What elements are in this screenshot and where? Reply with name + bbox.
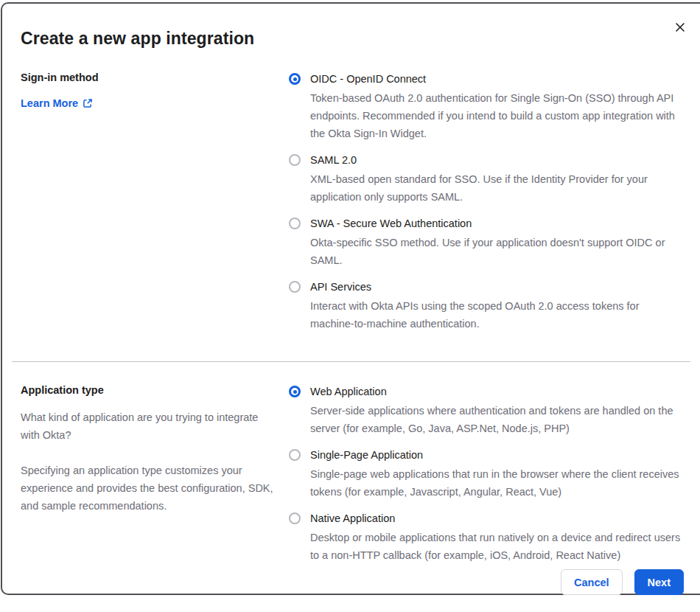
radio-option-description: Single-page web applications that run in… — [310, 465, 683, 501]
page-title: Create a new app integration — [2, 29, 700, 49]
section-divider — [12, 361, 690, 362]
radio-button-icon[interactable] — [289, 386, 301, 397]
radio-button-icon[interactable] — [289, 154, 301, 166]
radio-option-description: XML-based open standard for SSO. Use if … — [310, 170, 683, 206]
radio-option-description: Server-side applications where authentic… — [310, 402, 683, 437]
radio-button-icon[interactable] — [289, 449, 301, 461]
next-button[interactable]: Next — [634, 569, 684, 595]
radio-option-oidc[interactable]: OIDC - OpenID Connect Token-based OAuth … — [289, 72, 690, 142]
application-type-radio-group: Web Application Server-side applications… — [289, 384, 690, 564]
cancel-button[interactable]: Cancel — [561, 569, 623, 595]
radio-option-description: Interact with Okta APIs using the scoped… — [310, 297, 683, 333]
sign-in-method-radio-group: OIDC - OpenID Connect Token-based OAuth … — [289, 72, 690, 333]
radio-option-description: Token-based OAuth 2.0 authentication for… — [310, 89, 683, 142]
radio-option-label: Single-Page Application — [310, 448, 683, 462]
radio-option-label: Web Application — [310, 384, 683, 399]
sign-in-method-section: Sign-in method Learn More OIDC - OpenID … — [2, 72, 700, 333]
radio-option-label: API Services — [310, 279, 683, 294]
radio-option-single-page-application[interactable]: Single-Page Application Single-page web … — [289, 448, 690, 501]
radio-option-description: Desktop or mobile applications that run … — [310, 529, 683, 564]
sign-in-method-heading: Sign-in method — [21, 72, 289, 83]
radio-option-api-services[interactable]: API Services Interact with Okta APIs usi… — [289, 279, 690, 333]
application-type-question: What kind of application are you trying … — [21, 408, 277, 444]
create-app-integration-dialog: Create a new app integration Sign-in met… — [1, 2, 700, 595]
close-icon[interactable] — [671, 18, 689, 36]
radio-button-icon[interactable] — [289, 73, 301, 85]
radio-option-web-application[interactable]: Web Application Server-side applications… — [289, 384, 690, 437]
radio-option-saml[interactable]: SAML 2.0 XML-based open standard for SSO… — [289, 153, 690, 206]
radio-option-label: SWA - Secure Web Authentication — [310, 216, 683, 231]
learn-more-link[interactable]: Learn More — [21, 97, 93, 109]
sign-in-method-left-column: Sign-in method Learn More — [21, 72, 289, 333]
radio-option-swa[interactable]: SWA - Secure Web Authentication Okta-spe… — [289, 216, 690, 269]
radio-button-icon[interactable] — [289, 218, 301, 229]
external-link-icon — [83, 98, 93, 108]
radio-option-label: SAML 2.0 — [310, 153, 683, 167]
radio-button-icon[interactable] — [289, 281, 301, 293]
application-type-left-column: Application type What kind of applicatio… — [21, 384, 289, 564]
radio-option-description: Okta-specific SSO method. Use if your ap… — [310, 234, 683, 269]
radio-option-label: OIDC - OpenID Connect — [310, 72, 683, 86]
application-type-section: Application type What kind of applicatio… — [2, 384, 700, 564]
application-type-heading: Application type — [21, 384, 289, 396]
radio-option-native-application[interactable]: Native Application Desktop or mobile app… — [289, 511, 690, 564]
learn-more-label: Learn More — [21, 97, 78, 109]
radio-option-label: Native Application — [310, 511, 683, 526]
radio-button-icon[interactable] — [289, 512, 301, 524]
application-type-explanation: Specifying an application type customize… — [21, 462, 277, 515]
dialog-footer: Cancel Next — [2, 569, 684, 595]
